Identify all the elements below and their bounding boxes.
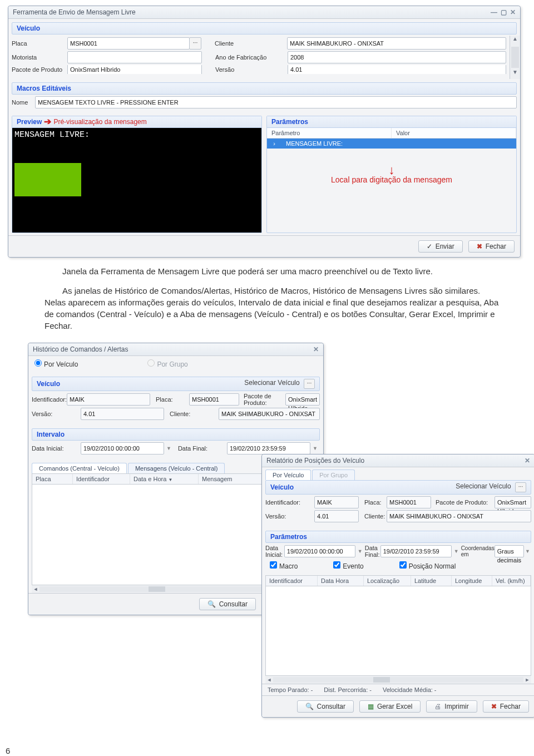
cliente-input[interactable]: MAIK SHIMABUKURO - ONIXSAT <box>287 37 506 50</box>
parametros-pane: Parâmetros Parâmetro Valor › MENSAGEM LI… <box>266 116 517 233</box>
col-latitude[interactable]: Latitude <box>411 576 452 586</box>
status-tempo-parado: Tempo Parado: - <box>268 686 313 693</box>
versao-label: Versão <box>215 66 288 73</box>
ano-label: Ano de Fabricação <box>215 54 288 61</box>
identificador-label: Identificador: <box>265 499 314 506</box>
motorista-input[interactable] <box>67 51 202 63</box>
coordenadas-select[interactable]: Graus decimais <box>495 545 524 557</box>
group-veiculo: Veículo <box>12 22 517 34</box>
vertical-scrollbar[interactable]: ▲ ▼ <box>510 36 520 79</box>
enviar-button[interactable]: ✓ Enviar <box>418 240 463 253</box>
col-localizacao[interactable]: Localização <box>364 576 411 586</box>
grid-body <box>265 586 531 676</box>
gerar-excel-button[interactable]: ▦ Gerar Excel <box>359 700 421 713</box>
versao-input[interactable]: 4.01 <box>288 65 506 74</box>
imprimir-button[interactable]: 🖨 Imprimir <box>426 700 477 713</box>
preview-text: MENSAGEM LIVRE: <box>14 130 259 140</box>
horizontal-scrollbar[interactable]: ◄► <box>265 676 531 684</box>
preview-annotation: Pré-visualização da mensagem <box>53 118 146 126</box>
close-icon[interactable]: ✕ <box>525 457 530 465</box>
chk-macro[interactable]: Macro <box>268 560 298 570</box>
chevron-down-icon[interactable]: ▼ <box>525 549 530 554</box>
tab-comandos[interactable]: Comandos (Central - Veículo) <box>32 463 127 473</box>
pacote-value: OnixSmart Híbrido <box>285 393 320 406</box>
close-icon[interactable]: ✕ <box>313 345 319 353</box>
col-identificador[interactable]: Identificador <box>266 576 318 586</box>
titlebar-rel: Relatório de Posições do Veículo ✕ <box>262 454 534 467</box>
data-final-label: Data Final: <box>365 545 380 558</box>
titlebar-hist: Histórico de Comandos / Alertas ✕ <box>28 343 323 356</box>
selecionar-veiculo-button[interactable]: ··· <box>515 482 526 492</box>
chevron-down-icon[interactable]: ▼ <box>454 549 459 554</box>
placa-input[interactable]: MSH0001 <box>67 37 190 50</box>
coordenadas-label: Coordenadas em <box>461 545 495 557</box>
chevron-down-icon[interactable]: ▼ <box>358 549 363 554</box>
col-identificador[interactable]: Identificador <box>73 474 130 484</box>
col-placa[interactable]: Placa <box>32 474 73 484</box>
placa-label: Placa <box>12 40 67 47</box>
scroll-down-icon[interactable]: ▼ <box>510 69 520 79</box>
col-data[interactable]: Data e Hora ▼ <box>130 474 199 484</box>
fechar-button[interactable]: ✖ Fechar <box>483 700 529 713</box>
window-title: Histórico de Comandos / Alertas <box>33 345 128 353</box>
maximize-icon[interactable]: ▢ <box>501 8 507 16</box>
arrow-right-icon: ➔ <box>44 118 51 125</box>
placa-label: Placa: <box>156 396 189 403</box>
cliente-value: MAIK SHIMABUKURO - ONIXSAT <box>387 510 531 522</box>
nome-input[interactable]: MENSAGEM TEXTO LIVRE - PRESSIONE ENTER <box>35 96 517 108</box>
relatorio-posicoes-window: Relatório de Posições do Veículo ✕ Por V… <box>261 454 534 718</box>
col-velocidade[interactable]: Vel. (km/h) <box>492 576 531 586</box>
data-inicial-input[interactable]: 19/02/2010 00:00:00 <box>81 442 164 454</box>
chk-posicao[interactable]: Posição Normal <box>397 560 456 570</box>
consultar-button[interactable]: 🔍 Consultar <box>199 598 256 610</box>
titlebar: Ferramenta de Envio de Mensagem Livre — … <box>8 6 520 19</box>
placa-browse-button[interactable]: ··· <box>189 37 201 50</box>
param-row-selected[interactable]: › MENSAGEM LIVRE: <box>267 139 516 149</box>
selecionar-veiculo-link[interactable]: Selecionar Veículo <box>456 482 511 490</box>
ano-input[interactable]: 2008 <box>288 51 506 63</box>
close-icon[interactable]: ✕ <box>510 8 516 16</box>
group-veiculo: Veículo <box>270 483 294 491</box>
radio-por-veiculo[interactable]: Por Veículo <box>32 358 78 368</box>
tab-por-veiculo[interactable]: Por Veículo <box>265 470 311 480</box>
col-longitude[interactable]: Longitude <box>452 576 492 586</box>
identificador-value: MAIK <box>67 393 150 406</box>
tab-por-grupo[interactable]: Por Grupo <box>312 470 355 480</box>
col-datahora[interactable]: Data Hora <box>318 576 364 586</box>
typing-annotation: Local para digitação da mensagem <box>273 175 511 184</box>
identificador-value: MAIK <box>314 496 359 508</box>
placa-label: Placa: <box>364 499 387 506</box>
radio-por-grupo[interactable]: Por Grupo <box>145 358 187 368</box>
chevron-down-icon[interactable]: ▼ <box>166 446 171 451</box>
consultar-button[interactable]: 🔍 Consultar <box>297 700 354 713</box>
page-number: 6 <box>6 746 10 755</box>
chk-evento[interactable]: Evento <box>331 560 363 570</box>
data-final-input[interactable]: 19/02/2010 23:59:59 <box>380 545 452 557</box>
param-value-cell[interactable] <box>399 139 516 149</box>
fechar-button[interactable]: ✖ Fechar <box>468 240 515 253</box>
ferramenta-envio-window: Ferramenta de Envio de Mensagem Livre — … <box>8 6 521 258</box>
minimize-icon[interactable]: — <box>491 8 497 16</box>
pacote-label: Pacote de Produto: <box>436 499 495 506</box>
motorista-label: Motorista <box>12 54 67 61</box>
parametros-tab[interactable]: Parâmetros <box>267 116 516 128</box>
group-macros: Macros Editáveis <box>12 82 517 95</box>
param-col-valor: Valor <box>392 128 516 138</box>
message-preview: MENSAGEM LIVRE: <box>12 128 261 233</box>
tab-mensagens[interactable]: Mensagens (Veículo - Central) <box>128 463 225 473</box>
print-icon: 🖨 <box>434 703 441 710</box>
cliente-label: Cliente: <box>364 513 387 520</box>
window-title: Relatório de Posições do Veículo <box>266 457 364 465</box>
chevron-down-icon[interactable]: ▼ <box>313 446 318 451</box>
preview-tab[interactable]: Preview <box>17 118 42 126</box>
check-icon: ✓ <box>427 243 432 250</box>
scroll-up-icon[interactable]: ▲ <box>510 36 520 46</box>
data-final-input[interactable]: 19/02/2010 23:59:59 <box>227 442 310 454</box>
pacote-input[interactable]: OnixSmart Híbrido <box>67 65 202 74</box>
row-indicator-icon: › <box>267 139 281 149</box>
pacote-value: OnixSmart Híbrido <box>495 496 531 508</box>
pacote-label: Pacote de Produto: <box>244 393 285 406</box>
selecionar-veiculo-button[interactable]: ··· <box>304 379 315 389</box>
selecionar-veiculo-link[interactable]: Selecionar Veículo <box>244 379 299 387</box>
data-inicial-input[interactable]: 19/02/2010 00:00:00 <box>284 545 355 557</box>
